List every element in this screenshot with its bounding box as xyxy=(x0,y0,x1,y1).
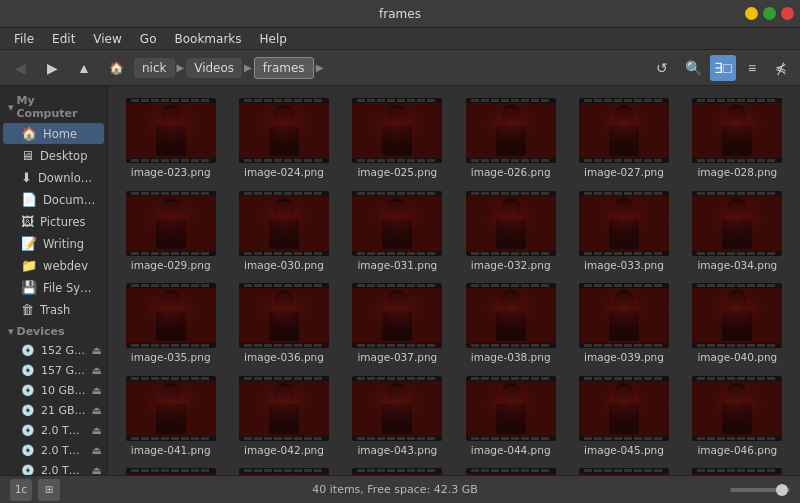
sidebar-item-downloads[interactable]: ⬇ Downloads xyxy=(3,167,104,188)
sidebar-item-filesystem[interactable]: 💾 File System xyxy=(3,277,104,298)
minimize-button[interactable] xyxy=(745,7,758,20)
close-button[interactable] xyxy=(781,7,794,20)
eject-icon-1[interactable]: ⏏ xyxy=(92,344,102,357)
view-list-button[interactable]: ≡ xyxy=(739,55,765,81)
sidebar-item-dev2[interactable]: 💿 157 GB V... ⏏ xyxy=(3,361,104,380)
maximize-button[interactable] xyxy=(763,7,776,20)
sidebar-item-dev6[interactable]: 💿 2.0 TB Vol... ⏏ xyxy=(3,441,104,460)
sidebar-section-my-computer[interactable]: ▾ My Computer xyxy=(0,90,107,122)
sidebar-item-dev7[interactable]: 💿 2.0 TB Vol... ⏏ xyxy=(3,461,104,475)
file-item[interactable]: image-037.png xyxy=(343,279,452,368)
menu-item-bookmarks[interactable]: Bookmarks xyxy=(166,30,249,48)
svg-rect-400 xyxy=(717,284,725,287)
file-item[interactable]: image-051.png xyxy=(569,464,678,475)
sidebar-item-dev3[interactable]: 💿 10 GB En... ⏏ xyxy=(3,381,104,400)
file-item[interactable]: image-034.png xyxy=(683,187,792,276)
file-item[interactable]: image-047.png xyxy=(116,464,225,475)
breadcrumb-nick[interactable]: nick xyxy=(134,58,175,78)
sidebar-item-documents[interactable]: 📄 Documents xyxy=(3,189,104,210)
menu-item-edit[interactable]: Edit xyxy=(44,30,83,48)
refresh-button[interactable]: ↺ xyxy=(648,54,676,82)
back-button[interactable]: ◀ xyxy=(6,54,34,82)
up-button[interactable]: ▲ xyxy=(70,54,98,82)
svg-rect-679 xyxy=(747,469,755,472)
breadcrumb-videos[interactable]: Videos xyxy=(186,58,242,78)
sidebar-item-pictures[interactable]: 🖼 Pictures xyxy=(3,211,104,232)
svg-rect-34 xyxy=(284,99,292,102)
statusbar-icon2[interactable]: ⊞ xyxy=(38,479,60,501)
eject-icon-6[interactable]: ⏏ xyxy=(92,444,102,457)
svg-rect-174 xyxy=(304,192,312,195)
statusbar-icon1[interactable]: 1c xyxy=(10,479,32,501)
eject-icon-7[interactable]: ⏏ xyxy=(92,464,102,475)
menu-item-go[interactable]: Go xyxy=(132,30,165,48)
file-item[interactable]: image-038.png xyxy=(456,279,565,368)
forward-button[interactable]: ▶ xyxy=(38,54,66,82)
sidebar-item-dev5[interactable]: 💿 2.0 TB Vol... ⏏ xyxy=(3,421,104,440)
menubar: FileEditViewGoBookmarksHelp xyxy=(0,28,800,50)
search-button[interactable]: 🔍 xyxy=(679,54,707,82)
svg-rect-364 xyxy=(511,344,519,347)
view-compact-button[interactable]: ⋠ xyxy=(768,55,794,81)
file-item[interactable]: image-024.png xyxy=(229,94,338,183)
breadcrumb-frames[interactable]: frames xyxy=(254,57,314,79)
file-item[interactable]: image-048.png xyxy=(229,464,338,475)
zoom-slider[interactable] xyxy=(730,488,790,492)
svg-rect-41 xyxy=(274,159,282,162)
svg-rect-293 xyxy=(151,344,159,347)
file-item[interactable]: image-029.png xyxy=(116,187,225,276)
view-grid-button[interactable]: ∃□ xyxy=(710,55,736,81)
svg-rect-515 xyxy=(604,377,612,380)
file-item[interactable]: image-028.png xyxy=(683,94,792,183)
svg-rect-385 xyxy=(604,344,612,347)
file-item[interactable]: image-040.png xyxy=(683,279,792,368)
svg-rect-424 xyxy=(161,377,169,380)
eject-icon-4[interactable]: ⏏ xyxy=(92,404,102,417)
sidebar-item-trash[interactable]: 🗑 Trash xyxy=(3,299,104,320)
file-item[interactable]: image-039.png xyxy=(569,279,678,368)
file-thumbnail xyxy=(466,191,556,256)
file-item[interactable]: image-044.png xyxy=(456,372,565,461)
file-item[interactable]: image-027.png xyxy=(569,94,678,183)
svg-rect-480 xyxy=(407,437,415,440)
sidebar-section-devices[interactable]: ▾ Devices xyxy=(0,321,107,340)
file-item[interactable]: image-030.png xyxy=(229,187,338,276)
svg-rect-214 xyxy=(471,192,479,195)
eject-icon-2[interactable]: ⏏ xyxy=(92,364,102,377)
file-item[interactable]: image-036.png xyxy=(229,279,338,368)
file-item[interactable]: image-041.png xyxy=(116,372,225,461)
sidebar-item-dev4[interactable]: 💿 21 GB Vol... ⏏ xyxy=(3,401,104,420)
svg-rect-155 xyxy=(151,252,159,255)
sidebar-item-home[interactable]: 🏠 Home xyxy=(3,123,104,144)
sidebar-item-dev1[interactable]: 💿 152 GB V... ⏏ xyxy=(3,341,104,360)
svg-rect-315 xyxy=(254,344,262,347)
file-item[interactable]: image-033.png xyxy=(569,187,678,276)
home-button[interactable]: 🏠 xyxy=(102,54,130,82)
file-item[interactable]: image-025.png xyxy=(343,94,452,183)
svg-rect-444 xyxy=(244,377,252,380)
eject-icon-5[interactable]: ⏏ xyxy=(92,424,102,437)
menu-item-help[interactable]: Help xyxy=(252,30,295,48)
file-item[interactable]: image-031.png xyxy=(343,187,452,276)
sidebar-item-desktop[interactable]: 🖥 Desktop xyxy=(3,145,104,166)
file-item[interactable]: image-032.png xyxy=(456,187,565,276)
eject-icon-3[interactable]: ⏏ xyxy=(92,384,102,397)
svg-rect-434 xyxy=(181,437,189,440)
file-item[interactable]: image-043.png xyxy=(343,372,452,461)
svg-rect-178 xyxy=(264,252,272,255)
file-item[interactable]: image-046.png xyxy=(683,372,792,461)
sidebar-item-webdev[interactable]: 📁 webdev xyxy=(3,255,104,276)
sidebar-item-writing[interactable]: 📝 Writing xyxy=(3,233,104,254)
svg-rect-502 xyxy=(511,437,519,440)
file-item[interactable]: image-042.png xyxy=(229,372,338,461)
svg-rect-223 xyxy=(481,252,489,255)
file-item[interactable]: image-045.png xyxy=(569,372,678,461)
menu-item-view[interactable]: View xyxy=(85,30,129,48)
file-item[interactable]: image-049.png xyxy=(343,464,452,475)
file-item[interactable]: image-026.png xyxy=(456,94,565,183)
file-item[interactable]: image-050.png xyxy=(456,464,565,475)
file-item[interactable]: image-052.png xyxy=(683,464,792,475)
file-item[interactable]: image-035.png xyxy=(116,279,225,368)
menu-item-file[interactable]: File xyxy=(6,30,42,48)
file-item[interactable]: image-023.png xyxy=(116,94,225,183)
